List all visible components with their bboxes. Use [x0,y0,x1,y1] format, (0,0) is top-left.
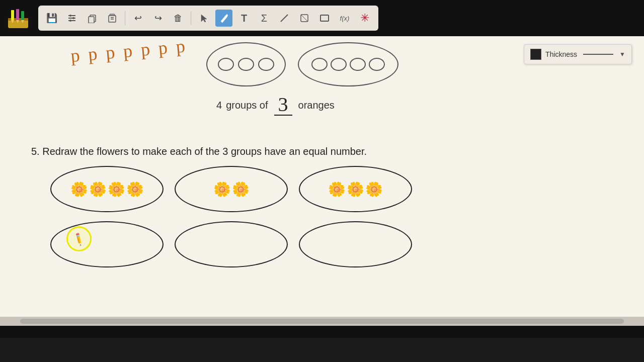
thickness-color-swatch[interactable] [530,49,541,60]
flower-oval-1-3: 🌼 🌼 🌼 [299,166,412,212]
main-area: p p p p p p p 4 groups of 3 oran [0,36,644,326]
paste-button[interactable] [104,10,121,27]
thickness-panel[interactable]: Thickness ▼ [524,44,632,64]
top-bar: 💾 ↩ ↪ 🗑 [0,0,644,36]
pencil-button[interactable] [215,10,232,27]
svg-rect-2 [11,10,14,20]
rect-button[interactable] [316,10,333,27]
bottom-scrollbar-area[interactable] [0,317,644,326]
scrollbar-track[interactable] [20,319,624,324]
draw-cursor: ✏️ [66,226,92,251]
question-5: 5. Redraw the flowers to make each of th… [31,146,367,157]
top-oval-right [298,42,398,86]
svg-rect-4 [16,9,19,20]
svg-rect-20 [320,15,329,21]
app-logo [6,6,30,30]
thickness-label: Thickness [545,50,577,58]
groups-of-label: groups of [226,100,268,111]
delete-button[interactable]: 🗑 [170,10,187,27]
canvas-content: p p p p p p p 4 groups of 3 oran [0,36,644,326]
text-button[interactable]: T [235,10,253,27]
svg-line-17 [281,15,288,22]
flower-oval-2-2 [175,221,288,267]
top-ovals-area [206,42,398,86]
top-oval-left [206,42,286,86]
thickness-dropdown-arrow[interactable]: ▼ [619,51,625,58]
groups-prefix: 4 [216,100,222,111]
undo-button[interactable]: ↩ [129,10,146,27]
svg-rect-12 [89,17,94,23]
thickness-line-indicator [583,54,613,55]
sigma-button[interactable]: Σ [256,10,273,27]
redo-button[interactable]: ↪ [149,10,167,27]
line-button[interactable] [276,10,293,27]
flower-row-1: 🌼 🌼 🌼 🌼 🌼 🌼 🌼 🌼 🌼 [50,166,412,212]
function-button[interactable]: f(x) [336,10,353,27]
select-button[interactable] [195,10,212,27]
toolbar: 💾 ↩ ↪ 🗑 [38,6,378,31]
bottom-bar [0,326,644,338]
divider-2 [191,11,191,25]
shape-button[interactable] [296,10,313,27]
star-button[interactable]: ✳ [356,10,373,27]
svg-point-10 [69,20,71,22]
flower-oval-1-1: 🌼 🌼 🌼 🌼 [50,166,164,212]
pencil-cursor-icon: ✏️ [71,231,87,246]
groups-suffix: oranges [298,100,335,111]
tools-button[interactable] [63,10,80,27]
flower-oval-2-3 [299,221,412,267]
svg-rect-6 [21,11,24,20]
svg-point-8 [69,15,71,17]
flower-oval-2-1: ✏️ [50,221,164,267]
flower-oval-1-2: 🌼 🌼 [175,166,288,212]
cursive-writing: p p p p p p p [70,36,188,66]
svg-point-9 [72,17,74,19]
divider-1 [125,11,125,25]
groups-number: 3 [274,95,292,116]
groups-text: 4 groups of 3 oranges [216,95,335,116]
svg-line-19 [301,15,308,22]
save-button[interactable]: 💾 [43,10,60,27]
copy-button[interactable] [84,10,101,27]
flower-row-2: ✏️ [50,221,412,267]
